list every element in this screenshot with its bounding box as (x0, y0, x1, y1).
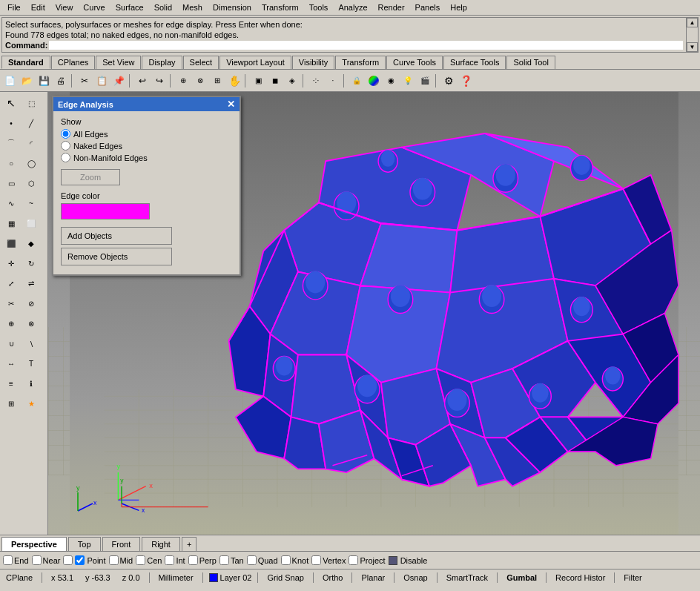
tb-points-off[interactable]: · (325, 73, 341, 89)
tab-solid-tools[interactable]: Solid Tool (506, 56, 555, 69)
snap-perp-cb[interactable] (188, 555, 198, 565)
lt-explode[interactable]: ⊗ (22, 314, 41, 333)
menu-edit[interactable]: Edit (27, 1, 50, 13)
lt-point[interactable]: • (1, 113, 21, 133)
tb-print[interactable]: 🖨 (53, 73, 69, 89)
lt-freeform[interactable]: ~ (22, 194, 41, 213)
snap-knot-cb[interactable] (281, 555, 291, 565)
bs-planar[interactable]: Planar (358, 573, 388, 582)
tb-wire[interactable]: ▣ (250, 73, 266, 89)
command-input[interactable] (49, 41, 683, 50)
lt-surface[interactable]: ▦ (1, 214, 21, 233)
ea-zoom-button[interactable]: Zoom (61, 169, 120, 185)
snap-disable-label[interactable]: Disable (400, 556, 428, 565)
tb-pan[interactable]: ✋ (226, 73, 242, 89)
lt-mesh[interactable]: ⬛ (1, 234, 21, 253)
tb-points-on[interactable]: ·:· (308, 73, 324, 89)
tb-shade[interactable]: ◼ (267, 73, 283, 89)
lt-line[interactable]: ╱ (22, 113, 41, 133)
ea-add-objects-button[interactable]: Add Objects (61, 227, 172, 245)
menu-help[interactable]: Help (446, 1, 472, 13)
menu-dimension[interactable]: Dimension (208, 1, 256, 13)
tb-zoom-ext[interactable]: ⊕ (175, 73, 191, 89)
bs-filter[interactable]: Filter (621, 573, 644, 582)
lt-split[interactable]: ⊘ (22, 294, 41, 313)
vp-tab-add[interactable]: + (182, 537, 197, 551)
snap-vertex-cb[interactable] (311, 555, 321, 565)
tab-display[interactable]: Display (142, 56, 182, 69)
lt-ellipse[interactable]: ◯ (22, 153, 41, 173)
bs-grid-snap[interactable]: Grid Snap (264, 573, 307, 582)
tab-transform[interactable]: Transform (335, 56, 386, 69)
bs-smarttrack[interactable]: SmartTrack (443, 573, 491, 582)
tb-cut[interactable]: ✂ (76, 73, 93, 89)
snap-point-cb[interactable] (63, 555, 73, 565)
lt-rotate[interactable]: ↻ (22, 254, 41, 273)
lt-mirror[interactable]: ⇌ (22, 274, 41, 293)
tb-zoom-sel[interactable]: ⊗ (192, 73, 208, 89)
status-scrollbar[interactable]: ▲ ▼ (686, 18, 698, 52)
bs-ortho[interactable]: Ortho (320, 573, 346, 582)
tb-open[interactable]: 📂 (19, 73, 35, 89)
menu-panels[interactable]: Panels (411, 1, 445, 13)
tb-help[interactable]: ❓ (458, 73, 474, 89)
ea-remove-objects-button[interactable]: Remove Objects (61, 248, 172, 265)
lt-dim[interactable]: ↔ (1, 354, 21, 373)
lt-text[interactable]: T (22, 354, 41, 373)
ea-title-bar[interactable]: Edge Analysis ✕ (53, 97, 240, 111)
tab-cplanes[interactable]: CPlanes (51, 56, 96, 69)
menu-tools[interactable]: Tools (305, 1, 333, 13)
lt-scale[interactable]: ⤢ (1, 274, 21, 293)
tab-curve-tools[interactable]: Curve Tools (386, 56, 443, 69)
vp-tab-top[interactable]: Top (68, 537, 101, 551)
tab-select[interactable]: Select (183, 56, 219, 69)
lt-polyline[interactable]: ⌒ (1, 133, 21, 153)
scroll-up-btn[interactable]: ▲ (687, 18, 698, 27)
lt-snap-toggle[interactable]: ⊞ (1, 394, 21, 413)
ea-radio-all-input[interactable] (61, 129, 70, 139)
ea-radio-naked-edges[interactable]: Naked Edges (61, 141, 232, 151)
lt-properties[interactable]: ℹ (22, 374, 41, 393)
tab-standard[interactable]: Standard (1, 56, 50, 69)
menu-mesh[interactable]: Mesh (178, 1, 207, 13)
lt-arc[interactable]: ◜ (22, 133, 41, 153)
menu-analyze[interactable]: Analyze (334, 1, 372, 13)
tb-redo[interactable]: ↪ (151, 73, 168, 89)
ea-radio-nm-input[interactable] (61, 153, 70, 162)
tab-surface-tools[interactable]: Surface Tools (443, 56, 506, 69)
ea-color-swatch[interactable] (61, 203, 150, 219)
tab-viewport-layout[interactable]: Viewport Layout (219, 56, 291, 69)
snap-cen-cb[interactable] (136, 555, 145, 565)
tb-render[interactable]: 🎬 (417, 73, 433, 89)
lt-circle[interactable]: ○ (1, 153, 21, 173)
vp-tab-perspective[interactable]: Perspective (1, 537, 67, 551)
tb-render-preview[interactable]: ◈ (284, 73, 300, 89)
tb-color[interactable] (366, 73, 382, 89)
tb-undo[interactable]: ↩ (134, 73, 151, 89)
lt-trim[interactable]: ✂ (1, 294, 21, 313)
menu-transform[interactable]: Transform (257, 1, 303, 13)
tb-material[interactable]: ◉ (383, 73, 399, 89)
tb-new[interactable]: 📄 (1, 73, 18, 89)
tb-snap[interactable]: 🔒 (349, 73, 365, 89)
vp-tab-front[interactable]: Front (102, 537, 141, 551)
menu-solid[interactable]: Solid (150, 1, 176, 13)
snap-end-cb[interactable] (3, 555, 13, 565)
bs-osnap[interactable]: Osnap (400, 573, 430, 582)
tb-settings[interactable]: ⚙ (440, 73, 457, 89)
snap-int-cb[interactable] (165, 555, 174, 565)
lt-gumball[interactable]: ★ (22, 394, 41, 413)
ea-radio-naked-input[interactable] (61, 141, 70, 151)
ea-radio-nonmanifold[interactable]: Non-Manifold Edges (61, 153, 232, 162)
ea-close-button[interactable]: ✕ (227, 99, 235, 109)
scroll-down-btn[interactable]: ▼ (687, 42, 698, 52)
tab-setview[interactable]: Set View (96, 56, 141, 69)
ea-radio-all-edges[interactable]: All Edges (61, 129, 232, 139)
lt-join[interactable]: ⊕ (1, 314, 21, 333)
menu-curve[interactable]: Curve (79, 1, 109, 13)
tb-zoom-win[interactable]: ⊞ (209, 73, 225, 89)
snap-project-cb[interactable] (349, 555, 358, 565)
lt-layer[interactable]: ≡ (1, 374, 21, 393)
tb-save[interactable]: 💾 (36, 73, 52, 89)
lt-nurbs-curve[interactable]: ∿ (1, 194, 21, 213)
